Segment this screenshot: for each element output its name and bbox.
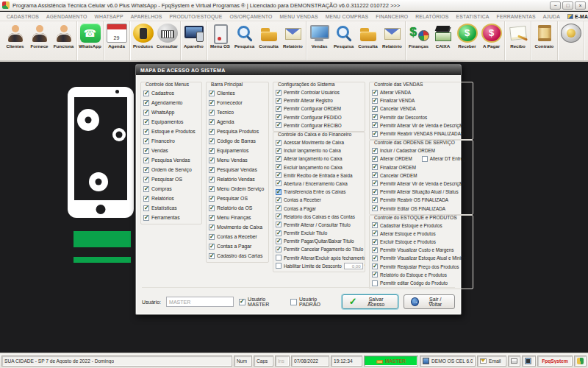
- checkbox[interactable]: [372, 90, 378, 96]
- toolbar-button[interactable]: [559, 21, 583, 60]
- checkbox[interactable]: [143, 110, 149, 116]
- minimize-button[interactable]: −: [550, 1, 561, 10]
- checkbox[interactable]: [143, 100, 149, 106]
- checkbox[interactable]: [372, 114, 378, 120]
- checkbox[interactable]: [143, 119, 149, 125]
- checkbox[interactable]: [276, 205, 282, 211]
- exit-back-button[interactable]: Sair / Voltar: [404, 294, 455, 309]
- checkbox[interactable]: [276, 189, 282, 195]
- menu-item[interactable]: RELATÓRIOS: [412, 14, 452, 19]
- checkbox[interactable]: [276, 230, 282, 236]
- checkbox[interactable]: [372, 180, 378, 186]
- toolbar-button[interactable]: Relatório: [281, 21, 305, 60]
- checkbox[interactable]: [209, 186, 215, 192]
- checkbox[interactable]: [276, 90, 282, 96]
- checkbox[interactable]: [372, 122, 378, 128]
- toolbar-button[interactable]: Pesquisa: [331, 21, 356, 60]
- checkbox[interactable]: [276, 238, 282, 244]
- checkbox[interactable]: [209, 215, 215, 221]
- checkbox[interactable]: [209, 224, 215, 230]
- checkbox[interactable]: [372, 239, 378, 245]
- checkbox[interactable]: [209, 129, 215, 135]
- toolbar-button[interactable]: Produtos: [131, 21, 155, 60]
- toolbar-button[interactable]: Clientes: [3, 21, 27, 60]
- toolbar-button[interactable]: Pesquisa: [232, 21, 257, 60]
- checkbox[interactable]: [276, 213, 282, 219]
- toolbar-button[interactable]: Vendas: [307, 21, 331, 60]
- checkbox[interactable]: [372, 280, 378, 286]
- default-user-checkbox[interactable]: [290, 299, 297, 305]
- discount-limit-input[interactable]: [344, 263, 363, 269]
- dialog-titlebar[interactable]: MAPA DE ACESSO AO SISTEMA: [136, 65, 461, 75]
- save-access-button[interactable]: Salvar Acesso: [342, 294, 398, 309]
- checkbox[interactable]: [276, 172, 282, 178]
- checkbox[interactable]: [209, 119, 215, 125]
- toolbar-button[interactable]: Contrato: [532, 21, 556, 60]
- toolbar-button[interactable]: WhatsApp: [78, 21, 102, 60]
- checkbox[interactable]: [276, 156, 282, 162]
- toolbar-button[interactable]: Consulta: [356, 21, 380, 60]
- checkbox[interactable]: [276, 180, 282, 186]
- checkbox[interactable]: [209, 244, 215, 250]
- toolbar-button[interactable]: Agenda: [104, 21, 129, 60]
- checkbox[interactable]: [209, 177, 215, 183]
- checkbox[interactable]: [209, 196, 215, 202]
- checkbox[interactable]: [372, 98, 378, 104]
- checkbox[interactable]: [276, 197, 282, 203]
- toolbar-button[interactable]: Relatório: [380, 21, 404, 60]
- maximize-button[interactable]: □: [562, 1, 573, 10]
- checkbox[interactable]: [276, 106, 282, 112]
- menu-item[interactable]: WHATSAPP: [90, 14, 126, 19]
- checkbox[interactable]: [143, 148, 149, 154]
- checkbox[interactable]: [276, 247, 282, 252]
- master-user-checkbox[interactable]: [239, 299, 245, 305]
- toolbar-button[interactable]: Fornece: [27, 21, 51, 60]
- checkbox[interactable]: [276, 164, 282, 170]
- checkbox[interactable]: [209, 167, 215, 173]
- checkbox[interactable]: [372, 106, 378, 112]
- checkbox[interactable]: [372, 272, 378, 277]
- checkbox[interactable]: [372, 189, 378, 195]
- checkbox[interactable]: [372, 247, 378, 253]
- menu-item[interactable]: FERRAMENTAS: [493, 14, 539, 19]
- checkbox[interactable]: [143, 215, 149, 221]
- checkbox[interactable]: [209, 205, 215, 211]
- menu-item[interactable]: FINANCEIRO: [372, 14, 412, 19]
- close-button[interactable]: ×: [575, 1, 586, 10]
- toolbar-button[interactable]: Menu OS: [208, 21, 232, 60]
- checkbox[interactable]: [276, 263, 282, 269]
- checkbox[interactable]: [143, 205, 149, 211]
- checkbox[interactable]: [372, 131, 378, 137]
- checkbox[interactable]: [276, 114, 282, 120]
- checkbox[interactable]: [422, 156, 428, 162]
- menu-item[interactable]: MENU COMPRAS: [322, 14, 373, 19]
- checkbox[interactable]: [372, 172, 378, 178]
- checkbox[interactable]: [143, 177, 149, 183]
- checkbox[interactable]: [143, 129, 149, 135]
- checkbox[interactable]: [372, 156, 378, 162]
- checkbox[interactable]: [276, 222, 282, 227]
- checkbox[interactable]: [143, 196, 149, 202]
- checkbox[interactable]: [276, 255, 282, 261]
- checkbox[interactable]: [372, 164, 378, 170]
- checkbox[interactable]: [372, 255, 378, 261]
- checkbox[interactable]: [372, 148, 378, 154]
- menu-item[interactable]: OS/ORÇAMENTO: [226, 14, 276, 19]
- checkbox[interactable]: [209, 100, 215, 106]
- checkbox[interactable]: [209, 253, 215, 259]
- checkbox[interactable]: [209, 138, 215, 144]
- checkbox[interactable]: [276, 140, 282, 146]
- menu-item[interactable]: ESTATISTICA: [453, 14, 493, 19]
- checkbox[interactable]: [276, 98, 282, 104]
- checkbox[interactable]: [372, 197, 378, 203]
- toolbar-button[interactable]: Recibo: [506, 21, 530, 60]
- user-input[interactable]: [166, 297, 234, 307]
- menu-item[interactable]: PRODUTO/ESTOQUE: [166, 14, 226, 19]
- checkbox[interactable]: [143, 167, 149, 173]
- checkbox[interactable]: [143, 91, 149, 96]
- toolbar-button[interactable]: Consultar: [155, 21, 179, 60]
- menu-item[interactable]: APARELHOS: [127, 14, 166, 19]
- checkbox[interactable]: [209, 110, 215, 116]
- menu-item[interactable]: E-MAIL: [564, 14, 588, 19]
- checkbox[interactable]: [143, 158, 149, 163]
